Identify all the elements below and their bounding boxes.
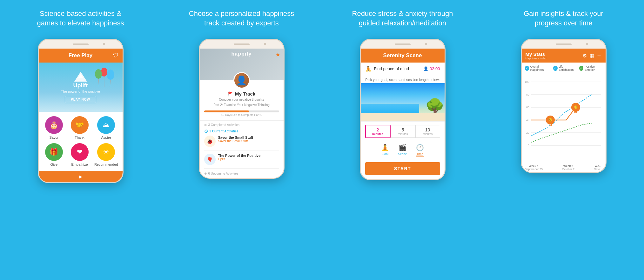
svg-text:40: 40 xyxy=(526,118,529,122)
legend-life-dot: ✓ xyxy=(553,66,557,71)
recommended-item[interactable]: ☀ Recommended xyxy=(94,143,118,166)
settings-icon[interactable]: ⚙ xyxy=(582,53,587,59)
serenity-header: Serenity Scene xyxy=(361,49,445,63)
legend-life-label: Life Satisfaction xyxy=(559,65,575,71)
duration-2min[interactable]: 2 minutes xyxy=(365,125,391,138)
water-decoration xyxy=(361,104,419,113)
aspire-circle: ⛰ xyxy=(97,116,115,134)
thank-item[interactable]: 🤝 Thank xyxy=(69,116,91,139)
empathize-label: Empathize xyxy=(71,163,88,166)
completed-section-header: ⊕ 3 Completed Activities xyxy=(204,123,279,127)
duration-5min[interactable]: 5 minutes xyxy=(391,125,415,138)
goal-tab[interactable]: 🧘 Goal xyxy=(381,144,389,157)
phone-2-screen: happify ★ 👤 🚩 My Track Conquer your nega… xyxy=(200,49,284,178)
time-tab[interactable]: 🕐 Time xyxy=(416,144,424,157)
duration-10min[interactable]: 10 minutes xyxy=(415,125,440,138)
clock-icon: 👤 xyxy=(423,66,428,71)
activity-uplift[interactable]: 🎈 The Power of the Positive Uplift xyxy=(204,154,279,169)
activity-uplift-icon: 🎈 xyxy=(204,154,216,165)
svg-point-4 xyxy=(95,69,102,79)
arrow-icon[interactable]: → xyxy=(597,53,602,59)
legend-positive: ✓ Positive Emotion xyxy=(579,65,602,71)
goal-text: Find peace of mind xyxy=(374,66,409,71)
progress-label: 10 Days Left to Complete Part 1 xyxy=(204,113,279,117)
star-icon: ★ xyxy=(275,51,280,58)
scene-tab-icon: 🎬 xyxy=(399,144,406,151)
activity-savor[interactable]: 🐞 Savor the Small Stuff Savor the Small … xyxy=(204,136,279,150)
track-subtitle2: Part 2: Examine Your Negative Thinking xyxy=(204,103,279,107)
give-item[interactable]: 🎁 Give xyxy=(43,143,65,166)
balloons-decoration xyxy=(88,65,117,94)
give-label: Give xyxy=(50,163,58,166)
phone-1-camera xyxy=(103,43,105,45)
activity-savor-text: Savor the Small Stuff Savor the Small St… xyxy=(218,136,253,143)
legend-life: ✓ Life Satisfaction xyxy=(553,65,575,71)
plus-circle-icon-2: ⊕ xyxy=(204,172,207,175)
empathize-item[interactable]: ❤ Empathize xyxy=(69,143,91,166)
phone-3: Serenity Scene 🧘 Find peace of mind 👤 02… xyxy=(360,39,446,180)
mountain-icon xyxy=(71,71,90,82)
panel-4-title: Gain insights & track yourprogress over … xyxy=(524,9,603,31)
phone-1-top-bar xyxy=(39,40,123,49)
panel-serenity: Reduce stress & anxiety throughguided re… xyxy=(322,0,483,280)
svg-text:42: 42 xyxy=(548,123,552,126)
my-track-title: My Track xyxy=(235,91,255,97)
track-flag-icon: 🚩 xyxy=(228,91,233,97)
phone-4-screen: My Stats Happiness Index ⚙ ▦ → ✓ Overall… xyxy=(522,49,606,172)
stats-chart: 100 80 60 40 20 0 xyxy=(522,74,606,163)
phone-2-camera xyxy=(264,43,266,45)
activity-savor-icon: 🐞 xyxy=(204,136,216,147)
progress-bar xyxy=(204,110,279,112)
panel-1-title: Science-based activities &games to eleva… xyxy=(37,9,124,31)
phone-1-speaker xyxy=(73,43,89,45)
activity-uplift-text: The Power of the Positive Uplift xyxy=(218,154,261,161)
time-tab-label: Time xyxy=(416,152,423,156)
scene-tab[interactable]: 🎬 Scene xyxy=(398,144,407,157)
stats-title: My Stats xyxy=(526,51,547,57)
play-now-button[interactable]: PLAY NOW xyxy=(65,96,96,103)
duration-10-value: 10 xyxy=(425,127,430,132)
progress-fill xyxy=(204,110,249,112)
legend-positive-dot: ✓ xyxy=(579,66,583,71)
svg-point-2 xyxy=(101,68,107,77)
plus-circle-icon: ⊕ xyxy=(204,123,207,127)
footer-icon: ▶ xyxy=(79,174,82,179)
stats-title-group: My Stats Happiness Index xyxy=(526,51,547,60)
phone-3-speaker xyxy=(395,43,411,45)
aspire-item[interactable]: ⛰ Aspire xyxy=(94,116,118,139)
svg-point-0 xyxy=(107,70,114,80)
svg-text:100: 100 xyxy=(525,80,529,83)
scene-image[interactable]: 🌳 xyxy=(361,83,445,121)
pick-instruction: Pick your goal, scene and session length… xyxy=(361,75,445,83)
phone-3-camera xyxy=(425,43,427,45)
start-button[interactable]: START xyxy=(365,162,440,175)
chart-icon[interactable]: ▦ xyxy=(589,53,594,59)
phone-3-top-bar xyxy=(361,40,445,49)
savor-label: Savor xyxy=(49,136,58,139)
week-2: Week 2 October 2 xyxy=(562,164,575,171)
savor-item[interactable]: 🎂 Savor xyxy=(43,116,65,139)
phone-1: Free Play 🛡 xyxy=(38,39,124,183)
beach-decoration xyxy=(361,113,445,121)
legend-overall-label: Overall Happiness xyxy=(530,65,550,71)
phone-3-screen: Serenity Scene 🧘 Find peace of mind 👤 02… xyxy=(361,49,445,179)
time-tab-icon: 🕐 xyxy=(416,144,424,151)
panel-2-title: Choose a personalized happinesstrack cre… xyxy=(189,9,294,31)
track-subtitle: Conquer your negative thoughts xyxy=(204,97,279,102)
goal-tab-icon: 🧘 xyxy=(381,144,389,151)
svg-line-5 xyxy=(98,79,99,87)
duration-row: 2 minutes 5 minutes 10 minutes xyxy=(361,121,445,141)
panel-my-track: Choose a personalized happinesstrack cre… xyxy=(161,0,322,280)
svg-text:60: 60 xyxy=(526,106,529,109)
duration-2-value: 2 xyxy=(377,127,379,132)
trees-decoration: 🌳 xyxy=(425,99,445,115)
phone-4-top-bar xyxy=(522,40,606,49)
chart-svg: 100 80 60 40 20 0 xyxy=(525,77,602,160)
svg-text:80: 80 xyxy=(526,93,529,96)
scene-tabs: 🧘 Goal 🎬 Scene 🕐 Time xyxy=(361,141,445,159)
stats-header: My Stats Happiness Index ⚙ ▦ → xyxy=(522,49,606,63)
thank-label: Thank xyxy=(75,136,84,139)
thank-circle: 🤝 xyxy=(71,116,89,134)
meditation-icon: 🧘 xyxy=(365,66,372,72)
phone-2-speaker xyxy=(234,43,250,45)
